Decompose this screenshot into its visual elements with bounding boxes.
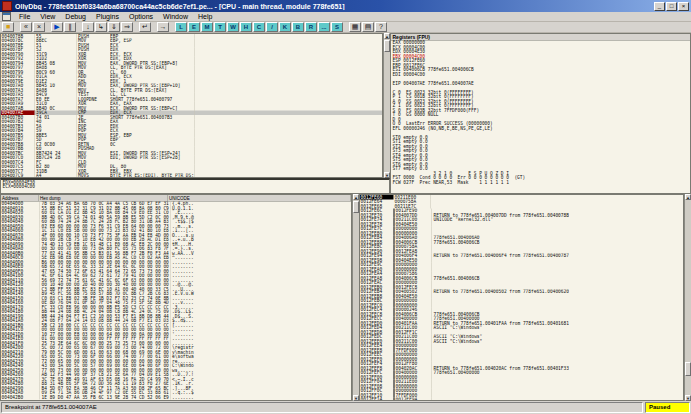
memory-map-button[interactable]: M [201,22,213,32]
executables-button[interactable]: E [188,22,200,32]
help-button[interactable]: ? [375,22,387,32]
stack-scrollbar[interactable]: ▲ ▼ [684,194,691,401]
windows-button[interactable]: W [227,22,239,32]
layout-button[interactable]: ▦ [349,22,361,32]
step-over-button[interactable]: ↳ [95,22,107,32]
appearance-button[interactable]: ▤ [362,22,374,32]
cpu-button[interactable]: C [253,22,265,32]
menu-bar: FileViewDebugPluginsOptionsWindowHelp [0,12,691,22]
registers-pane: Registers (FPU) EAX 00000000ECX 00004C00… [390,33,691,194]
handles-button[interactable]: H [240,22,252,32]
disassembly-pane: 0040078B55PUSHEBP0040078C8BECMOVEBP, ESP… [0,33,383,178]
window-title: OllyDbg - 778fe651bf0334a6ba68700ca44ac5… [15,3,653,10]
run-trace-button[interactable]: ... [318,22,330,32]
dump-rows: 004040007B 03 34 A6 BA 68 70 0C A4 4A C5… [1,202,351,400]
close-button[interactable]: × [33,22,45,32]
menu-item-window[interactable]: Window [158,13,193,20]
menu-item-help[interactable]: Help [193,13,217,20]
scroll-thumb[interactable] [685,362,691,376]
close-window-button[interactable]: × [678,2,689,11]
call-stack-button[interactable]: K [279,22,291,32]
dump-header-hex: Hex dump [39,195,168,201]
stack-pane: 0012FE6000211E000012FE640000758A0012FE68… [359,194,684,401]
cpu-window-icon[interactable] [2,12,11,21]
dump-pane: Address Hex dump UNICODE 004040007B 03 3… [0,194,352,401]
animate-into-button[interactable]: ⇓ [108,22,120,32]
menu-item-file[interactable]: File [14,13,35,20]
threads-button[interactable]: T [214,22,226,32]
source-button[interactable]: S [331,22,343,32]
dump-scrollbar[interactable]: ▲ ▼ [352,194,359,401]
scroll-up-icon[interactable]: ▲ [685,194,691,200]
log-window-button[interactable]: L [175,22,187,32]
toolbar-buttons: ■«×▶∥↓↳⇓⇒↵→LEMTWHC/KBR...S▦▤? [2,22,388,32]
status-paused-badge: Paused [645,402,690,413]
menu-item-view[interactable]: View [35,13,60,20]
register-lines: EAX 00000000ECX 00004C00EDX 00004E30EBX … [391,41,690,185]
menu-item-plugins[interactable]: Plugins [91,13,124,20]
title-bar: OllyDbg - 778fe651bf0334a6ba68700ca44ac5… [0,0,691,12]
step-into-button[interactable]: ↓ [82,22,94,32]
disassembly-scrollbar[interactable]: ▲ ▼ [383,33,390,178]
menu-item-debug[interactable]: Debug [60,13,91,20]
status-message: Breakpoint at 778fe651.004007AE [1,402,643,413]
stack-rows: 0012FE6000211E000012FE640000758A0012FE68… [360,195,683,400]
maximize-button[interactable]: □ [666,2,677,11]
dump-row[interactable]: 004042B01E 89 D0 47 AA 35 FB 6C 13 9E 28… [1,395,351,400]
register-line[interactable]: FCW 027F Prec NEAR,53 Mask 1 1 1 1 1 1 [391,180,690,185]
menu-item-options[interactable]: Options [124,13,158,20]
info-pane-lines: EDX=00004E30ECX=00004C00 [1,180,389,193]
restart-button[interactable]: « [20,22,32,32]
breakpoints-button[interactable]: B [292,22,304,32]
run-button[interactable]: ▶ [51,22,63,32]
animate-over-button[interactable]: ⇒ [121,22,133,32]
dump-header-unicode: UNICODE [168,195,351,201]
execute-till-return-button[interactable]: ↵ [139,22,151,32]
status-bar: Breakpoint at 778fe651.004007AE Paused [0,401,691,414]
pause-button[interactable]: ∥ [64,22,76,32]
references-button[interactable]: R [305,22,317,32]
go-to-address-button[interactable]: → [157,22,169,32]
menu-items: FileViewDebugPluginsOptionsWindowHelp [14,13,217,20]
patches-button[interactable]: / [266,22,278,32]
ollydbg-icon [2,1,12,11]
disassembly-rows: 0040078B55PUSHEBP0040078C8BECMOVEBP, ESP… [1,34,382,177]
info-pane: EDX=00004E30ECX=00004C00 [0,178,390,194]
minimize-button[interactable]: _ [654,2,665,11]
toolbar: ■«×▶∥↓↳⇓⇒↵→LEMTWHC/KBR...S▦▤? [0,22,691,33]
open-button[interactable]: ■ [2,22,14,32]
